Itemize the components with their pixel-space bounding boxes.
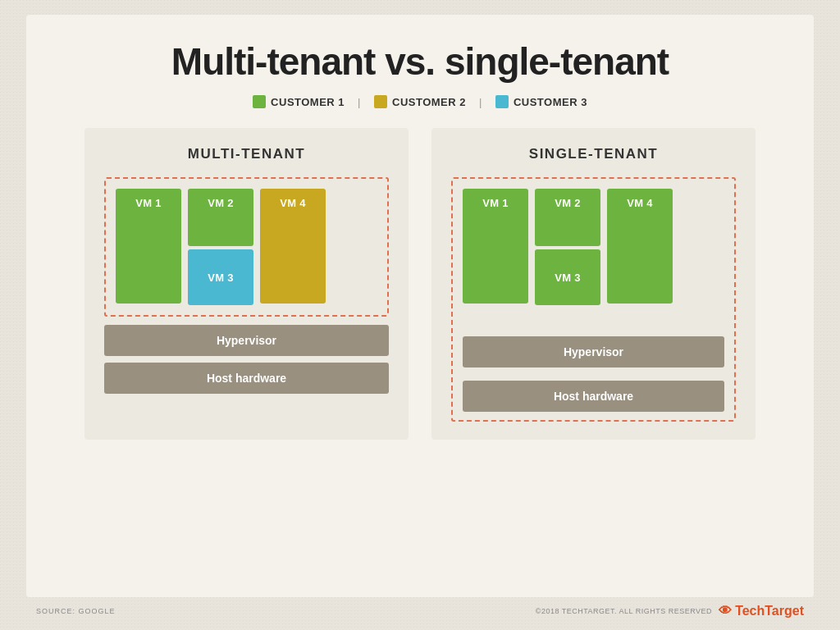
st-vm2: VM 2 [535, 189, 600, 246]
mt-vm23-col: VM 2 VM 3 [188, 189, 253, 305]
singletenant-box: SINGLE-TENANT VM 1 VM 2 VM 3 VM 4 Hyperv… [431, 128, 756, 440]
customer3-label: CUSTOMER 3 [514, 96, 587, 108]
singletenant-vm-area: VM 1 VM 2 VM 3 VM 4 [463, 189, 724, 328]
mt-vm3: VM 3 [188, 249, 253, 305]
footer-copyright: ©2018 TECHTARGET. ALL RIGHTS RESERVED [536, 607, 712, 615]
customer1-swatch [253, 95, 266, 108]
mt-vm1: VM 1 [116, 189, 181, 304]
footer: SOURCE: GOOGLE ©2018 TECHTARGET. ALL RIG… [26, 597, 814, 619]
st-vm1: VM 1 [463, 189, 528, 304]
diagrams-row: MULTI-TENANT VM 1 VM 2 VM 3 VM 4 Hypervi… [51, 128, 789, 440]
footer-source: SOURCE: GOOGLE [36, 607, 116, 615]
legend-sep2: | [479, 96, 482, 108]
customer3-swatch [495, 95, 509, 108]
singletenant-dashed: VM 1 VM 2 VM 3 VM 4 Hypervisor Host hard… [451, 177, 736, 422]
legend: CUSTOMER 1 | CUSTOMER 2 | CUSTOMER 3 [253, 95, 587, 108]
techtarget-brand: TechTarget [735, 604, 804, 619]
legend-customer2: CUSTOMER 2 [374, 95, 466, 108]
multitenant-hardware: Host hardware [104, 363, 389, 394]
legend-customer3: CUSTOMER 3 [495, 95, 587, 108]
mt-vm2: VM 2 [188, 189, 253, 246]
footer-right: ©2018 TECHTARGET. ALL RIGHTS RESERVED 👁 … [536, 604, 804, 619]
techtarget-logo: 👁 TechTarget [719, 604, 804, 619]
st-vm4: VM 4 [607, 189, 673, 304]
multitenant-hypervisor: Hypervisor [104, 325, 389, 356]
customer1-label: CUSTOMER 1 [271, 96, 345, 108]
st-vm3: VM 3 [535, 249, 600, 305]
page-title: Multi-tenant vs. single-tenant [171, 39, 669, 84]
techtarget-eye-icon: 👁 [719, 604, 732, 619]
singletenant-title: SINGLE-TENANT [529, 146, 658, 162]
multitenant-title: MULTI-TENANT [188, 146, 305, 162]
st-vm23-col: VM 2 VM 3 [535, 189, 600, 328]
multitenant-vm-area: VM 1 VM 2 VM 3 VM 4 [104, 177, 389, 317]
customer2-swatch [374, 95, 387, 108]
singletenant-hardware: Host hardware [463, 381, 724, 412]
legend-customer1: CUSTOMER 1 [253, 95, 345, 108]
singletenant-hypervisor: Hypervisor [463, 336, 724, 368]
customer2-label: CUSTOMER 2 [392, 96, 466, 108]
legend-sep1: | [358, 96, 361, 108]
main-card: Multi-tenant vs. single-tenant CUSTOMER … [26, 15, 814, 597]
multitenant-box: MULTI-TENANT VM 1 VM 2 VM 3 VM 4 Hypervi… [84, 128, 409, 440]
mt-vm4: VM 4 [260, 189, 326, 304]
